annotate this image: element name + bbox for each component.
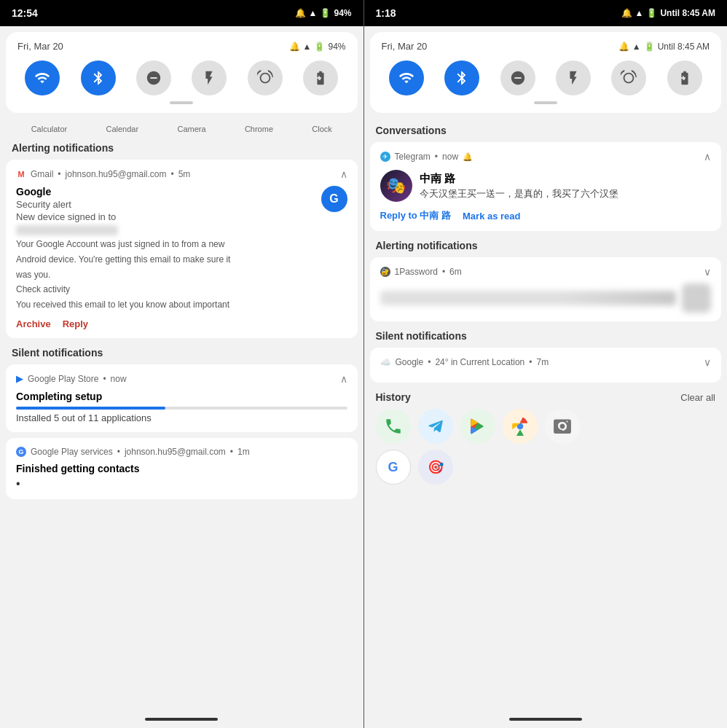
gservices-email: johnson.hu95@gmail.com (125, 447, 226, 457)
right-silent-notifications-label: Silent notifications (364, 324, 728, 345)
onepassword-icon: 🔐 (380, 267, 390, 277)
rotate-toggle[interactable] (248, 60, 283, 95)
history-telegram-icon[interactable] (418, 409, 453, 444)
gmail-notif-header: M Gmail • johnson.hu95@gmail.com • 5m ∧ (16, 168, 347, 180)
gservices-app-name: Google Play services (31, 447, 113, 457)
wifi-icon: ▲ (309, 8, 318, 18)
left-home-bar (145, 718, 218, 721)
right-until-text: Until 8:45 AM (660, 8, 715, 18)
gmail-notification-card: M Gmail • johnson.hu95@gmail.com • 5m ∧ … (6, 160, 358, 338)
right-battery-icon: 🔋 (646, 8, 657, 18)
right-quick-settings: Fri, Mar 20 🔔 ▲ 🔋 Until 8:45 AM (370, 32, 722, 113)
telegram-chevron-up[interactable]: ∧ (704, 151, 711, 163)
right-wifi-icon2: ▲ (632, 42, 641, 52)
right-scroll-indicator (534, 101, 557, 104)
gservices-sep1: • (117, 447, 120, 457)
right-bluetooth-toggle[interactable] (444, 60, 479, 95)
left-date-row: Fri, Mar 20 🔔 ▲ 🔋 94% (17, 41, 346, 52)
battery-percent: 94% (334, 8, 351, 18)
gmail-notif-text: Google Security alert New device signed … (16, 186, 315, 311)
telegram-app-name: Telegram (395, 152, 431, 162)
left-toggle-buttons (17, 60, 346, 95)
right-battery-saver-toggle[interactable] (667, 60, 702, 95)
gmail-separator1: • (58, 169, 60, 179)
history-chrome-icon[interactable] (503, 409, 538, 444)
playstore-progress-fill (16, 407, 165, 410)
right-status-row-right: 🔔 ▲ 🔋 Until 8:45 AM (618, 42, 710, 52)
onepassword-chevron-down[interactable]: ∨ (704, 266, 711, 278)
telegram-header: ✈ Telegram • now 🔔 ∧ (380, 151, 712, 163)
left-status-bar: 12:54 🔔 ▲ 🔋 94% (0, 0, 364, 26)
shortcut-chrome: Chrome (245, 125, 273, 133)
right-dnd-toggle[interactable] (500, 60, 535, 95)
left-wifi-icon2: ▲ (303, 42, 312, 52)
google-weather-chevron-down[interactable]: ∨ (704, 356, 711, 368)
gmail-notif-body: Google Security alert New device signed … (16, 186, 347, 311)
wifi-toggle[interactable] (25, 60, 60, 95)
gmail-chevron-up[interactable]: ∧ (340, 168, 347, 180)
gmail-time: 5m (178, 169, 191, 179)
history-google-icon[interactable]: G (376, 450, 411, 485)
conversations-label: Conversations (364, 119, 728, 139)
gservices-notif-header: G Google Play services • johnson.hu95@gm… (16, 447, 347, 457)
history-label: History (376, 391, 411, 403)
gmail-separator2: • (170, 169, 173, 179)
scroll-indicator (170, 101, 193, 104)
history-phone-icon[interactable] (376, 409, 411, 444)
left-date: Fri, Mar 20 (17, 41, 63, 52)
alarm-icon: 🔔 (295, 8, 306, 18)
left-alarm-icon2: 🔔 (289, 42, 300, 52)
dnd-toggle[interactable] (136, 60, 171, 95)
right-wifi-toggle[interactable] (389, 60, 424, 95)
gservices-dot: • (16, 477, 347, 490)
gmail-actions: Archive Reply (16, 318, 347, 329)
gmail-reply-btn[interactable]: Reply (63, 318, 88, 329)
telegram-sender-avatar: 🎭 (380, 170, 412, 202)
bluetooth-toggle[interactable] (81, 60, 116, 95)
google-services-icon: G (16, 447, 26, 457)
history-assistant-icon[interactable]: 🎯 (418, 450, 453, 485)
onepassword-notification-card: 🔐 1Password • 6m ∨ (370, 257, 722, 321)
telegram-reply-btn[interactable]: Reply to 中南 路 (380, 209, 452, 222)
gmail-body2: Android device. You're getting this emai… (16, 254, 315, 266)
telegram-sep: • (435, 152, 438, 162)
right-alerting-notifications-label: Alerting notifications (364, 234, 728, 254)
gmail-icon: M (16, 169, 26, 179)
playstore-header-left: ▶ Google Play Store • now (16, 373, 127, 384)
onepassword-blurred-text (380, 291, 677, 305)
gmail-subtitle: Security alert (16, 199, 315, 210)
telegram-icon: ✈ (380, 152, 390, 162)
right-date: Fri, Mar 20 (382, 41, 428, 52)
flashlight-toggle[interactable] (192, 60, 227, 95)
telegram-mark-read-btn[interactable]: Mark as read (463, 209, 521, 222)
shortcut-clock: Clock (312, 125, 332, 133)
gmail-archive-btn[interactable]: Archive (16, 318, 51, 329)
history-camera-icon[interactable] (545, 409, 580, 444)
right-wifi-icon: ▲ (635, 8, 644, 18)
right-flashlight-toggle[interactable] (556, 60, 591, 95)
alerting-notifications-label: Alerting notifications (0, 136, 364, 157)
right-until-text2: Until 8:45 AM (658, 42, 710, 52)
gservices-sep2: • (230, 447, 233, 457)
right-alarm-icon2: 🔔 (618, 42, 629, 52)
playstore-app-name: Google Play Store (28, 374, 98, 384)
telegram-message: 今天汉堡王买一送一，是真的，我买了六个汉堡 (420, 187, 618, 200)
history-play-store-icon[interactable] (460, 409, 495, 444)
playstore-notif-header: ▶ Google Play Store • now ∧ (16, 373, 347, 385)
clear-all-button[interactable]: Clear all (680, 392, 715, 403)
right-rotate-toggle[interactable] (611, 60, 646, 95)
silent-notifications-label: Silent notifications (0, 341, 364, 361)
left-quick-settings: Fri, Mar 20 🔔 ▲ 🔋 94% (6, 32, 358, 113)
left-battery-icon2: 🔋 (314, 42, 325, 52)
battery-icon: 🔋 (320, 8, 331, 18)
gmail-body1: Your Google Account was just signed in t… (16, 238, 315, 251)
google-services-notification-card: G Google Play services • johnson.hu95@gm… (6, 438, 358, 499)
playstore-chevron-up[interactable]: ∧ (340, 373, 347, 385)
telegram-avatar-emoji: 🎭 (386, 176, 406, 195)
battery-saver-toggle[interactable] (303, 60, 338, 95)
gmail-blurred-row (16, 225, 118, 235)
onepassword-app-name: 1Password (395, 267, 438, 277)
onepassword-blurred-content (380, 283, 712, 313)
google-weather-info: 24° in Current Location (435, 357, 524, 367)
playstore-sep: • (103, 374, 106, 384)
